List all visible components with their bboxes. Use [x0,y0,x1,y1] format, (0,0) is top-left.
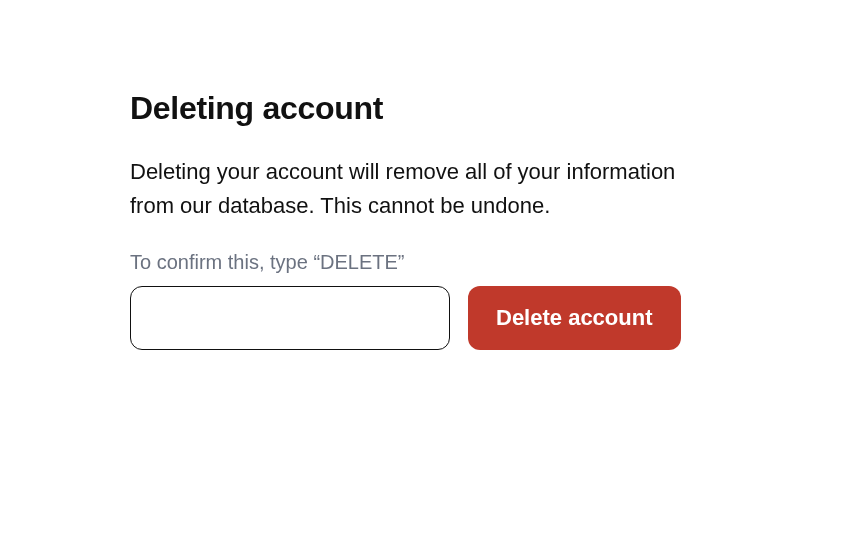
delete-account-section: Deleting account Deleting your account w… [130,90,700,350]
section-description: Deleting your account will remove all of… [130,155,700,223]
confirm-form-row: Delete account [130,286,700,350]
delete-account-button[interactable]: Delete account [468,286,681,350]
section-heading: Deleting account [130,90,700,127]
confirm-input[interactable] [130,286,450,350]
confirm-label: To confirm this, type “DELETE” [130,251,700,274]
